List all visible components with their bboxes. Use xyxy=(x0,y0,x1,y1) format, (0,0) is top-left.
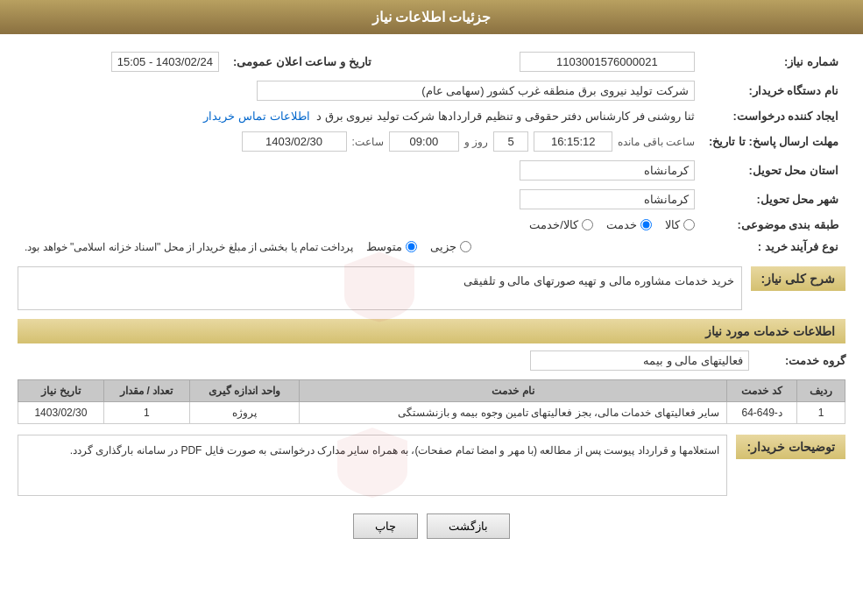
back-button[interactable]: بازگشت xyxy=(427,513,510,539)
col-qty: تعداد / مقدار xyxy=(103,380,189,402)
service-table: ردیف کد خدمت نام خدمت واحد اندازه گیری ت… xyxy=(18,379,845,424)
cell-code: د-649-64 xyxy=(726,402,796,424)
services-section-header: اطلاعات خدمات مورد نیاز xyxy=(18,319,845,343)
radio-khedmat-label: خدمت xyxy=(606,218,637,231)
need-description-box: ANA خرید خدمات مشاوره مالی و تهیه صورتها… xyxy=(18,266,742,310)
print-button[interactable]: چاپ xyxy=(353,513,418,539)
svg-text:ANA: ANA xyxy=(363,282,397,300)
deadline-remaining: 16:15:12 xyxy=(534,131,612,152)
deadline-label: مهلت ارسال پاسخ: تا تاریخ: xyxy=(702,127,845,156)
col-unit: واحد اندازه گیری xyxy=(189,380,299,402)
purchase-note: پرداخت تمام یا بخشی از مبلغ خریدار از مح… xyxy=(25,241,353,253)
need-description-text: خرید خدمات مشاوره مالی و تهیه صورتهای ما… xyxy=(463,274,734,287)
category-label: طبقه بندی موضوعی: xyxy=(702,214,845,236)
radio-khedmat[interactable]: خدمت xyxy=(606,218,652,231)
deadline-days: 5 xyxy=(493,131,528,152)
need-number-label: شماره نیاز: xyxy=(702,47,845,76)
radio-jozii[interactable]: جزیی xyxy=(430,240,471,253)
deadline-day-label: روز و xyxy=(464,136,488,148)
service-group-label: گروه خدمت: xyxy=(758,354,845,367)
page-header: جزئیات اطلاعات نیاز xyxy=(0,0,863,34)
announce-date-value: 1403/02/24 - 15:05 xyxy=(111,52,219,72)
announce-date-label: تاریخ و ساعت اعلان عمومی: xyxy=(226,47,378,76)
creator-contact-link[interactable]: اطلاعات تماس خریدار xyxy=(203,110,309,123)
deadline-time-label: ساعت: xyxy=(352,136,384,148)
cell-name: سایر فعالیتهای خدمات مالی، بجز فعالیتهای… xyxy=(299,402,726,424)
province-value: کرمانشاه xyxy=(520,160,695,181)
province-label: استان محل تحویل: xyxy=(702,156,845,185)
col-row: ردیف xyxy=(797,380,845,402)
buyer-desc-text: استعلامها و قرارداد پیوست پس از مطالعه (… xyxy=(70,444,720,457)
cell-qty: 1 xyxy=(103,402,189,424)
deadline-remaining-label: ساعت باقی مانده xyxy=(618,136,695,148)
purchase-type-group: پرداخت تمام یا بخشی از مبلغ خریدار از مح… xyxy=(25,240,695,253)
buyer-org-value: شرکت تولید نیروی برق منطقه غرب کشور (سها… xyxy=(257,81,695,101)
need-description-section-label: شرح کلی نیاز: xyxy=(751,266,845,291)
col-name: نام خدمت xyxy=(299,380,726,402)
radio-motevaset-label: متوسط xyxy=(366,240,402,253)
city-value: کرمانشاه xyxy=(520,189,695,209)
radio-motevaset[interactable]: متوسط xyxy=(366,240,417,253)
city-label: شهر محل تحویل: xyxy=(702,185,845,214)
svg-text:ANA: ANA xyxy=(356,457,390,475)
radio-kala-label: کالا xyxy=(665,218,680,231)
main-info-table: شماره نیاز: 1103001576000021 تاریخ و ساع… xyxy=(18,47,845,258)
service-group-value: فعالیتهای مالی و بیمه xyxy=(530,350,749,371)
radio-kala[interactable]: کالا xyxy=(665,218,695,231)
creator-value: ثنا روشنی فر کارشناس دفتر حقوقی و تنظیم … xyxy=(316,110,695,123)
col-date: تاریخ نیاز xyxy=(18,380,104,402)
category-radio-group: کالا/خدمت خدمت کالا xyxy=(25,218,695,231)
buyer-org-label: نام دستگاه خریدار: xyxy=(702,76,845,105)
table-row: 1 د-649-64 سایر فعالیتهای خدمات مالی، بج… xyxy=(18,402,845,424)
col-code: کد خدمت xyxy=(726,380,796,402)
deadline-time: 09:00 xyxy=(389,131,459,152)
cell-date: 1403/02/30 xyxy=(18,402,104,424)
radio-kala-khedmat[interactable]: کالا/خدمت xyxy=(529,218,593,231)
radio-kala-khedmat-label: کالا/خدمت xyxy=(529,218,578,231)
creator-label: ایجاد کننده درخواست: xyxy=(702,105,845,127)
radio-jozii-label: جزیی xyxy=(430,240,456,253)
buyer-desc-box: ANA استعلامها و قرارداد پیوست پس از مطال… xyxy=(18,435,727,496)
deadline-date: 1403/02/30 xyxy=(242,131,347,152)
buyer-desc-section-label: توضیحات خریدار: xyxy=(736,435,845,459)
cell-row: 1 xyxy=(797,402,845,424)
action-buttons: بازگشت چاپ xyxy=(18,513,845,539)
cell-unit: پروژه xyxy=(189,402,299,424)
page-title: جزئیات اطلاعات نیاز xyxy=(372,10,492,25)
purchase-type-label: نوع فرآیند خرید : xyxy=(702,236,845,258)
need-number-value: 1103001576000021 xyxy=(520,52,695,72)
